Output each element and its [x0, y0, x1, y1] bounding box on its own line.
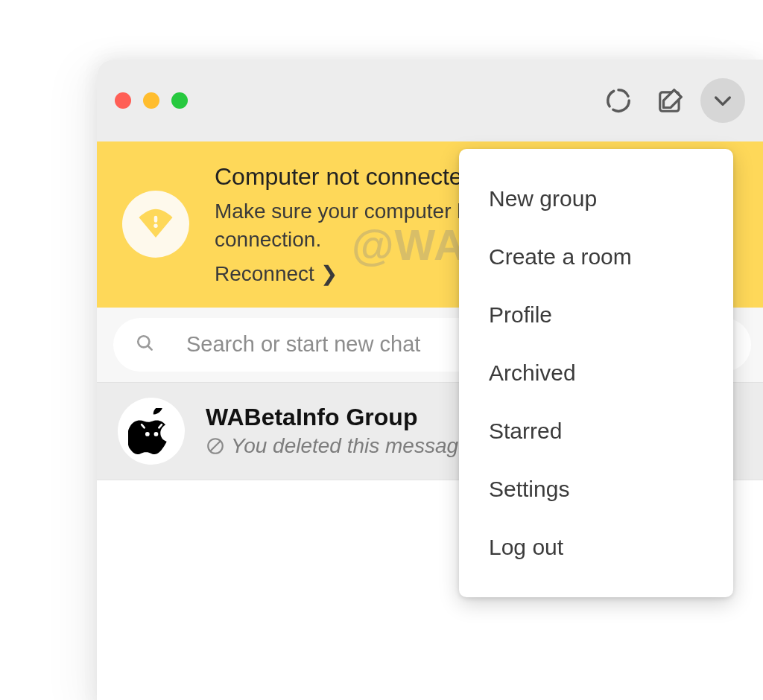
- status-icon[interactable]: [596, 78, 641, 123]
- svg-line-10: [210, 441, 221, 451]
- svg-point-1: [153, 224, 157, 228]
- titlebar: [97, 60, 763, 141]
- window-minimize-button[interactable]: [143, 92, 159, 109]
- window-maximize-button[interactable]: [171, 92, 188, 109]
- svg-line-4: [148, 346, 151, 349]
- chat-title: WABetaInfo Group: [206, 404, 470, 431]
- chevron-down-icon: [711, 89, 735, 112]
- window-close-button[interactable]: [115, 92, 131, 109]
- search-icon: [136, 334, 155, 356]
- avatar: [118, 398, 185, 465]
- chat-subtitle: You deleted this message: [206, 434, 470, 458]
- svg-point-6: [154, 432, 159, 436]
- menu-new-group[interactable]: New group: [459, 170, 733, 228]
- compose-icon[interactable]: [648, 78, 693, 123]
- menu-starred[interactable]: Starred: [459, 402, 733, 460]
- menu-profile[interactable]: Profile: [459, 286, 733, 344]
- wifi-warning-icon: [122, 191, 189, 258]
- dropdown-menu: New group Create a room Profile Archived…: [459, 149, 733, 597]
- menu-log-out[interactable]: Log out: [459, 518, 733, 576]
- apple-android-icon: [128, 408, 174, 454]
- chat-subtitle-text: You deleted this message: [231, 434, 470, 458]
- menu-archived[interactable]: Archived: [459, 344, 733, 402]
- svg-point-5: [145, 432, 150, 436]
- svg-rect-2: [154, 216, 158, 223]
- prohibited-icon: [206, 436, 225, 456]
- chat-text: WABetaInfo Group You deleted this messag…: [206, 404, 470, 458]
- window-controls: [115, 92, 188, 109]
- menu-create-room[interactable]: Create a room: [459, 228, 733, 286]
- menu-settings[interactable]: Settings: [459, 460, 733, 518]
- menu-button[interactable]: [700, 78, 745, 123]
